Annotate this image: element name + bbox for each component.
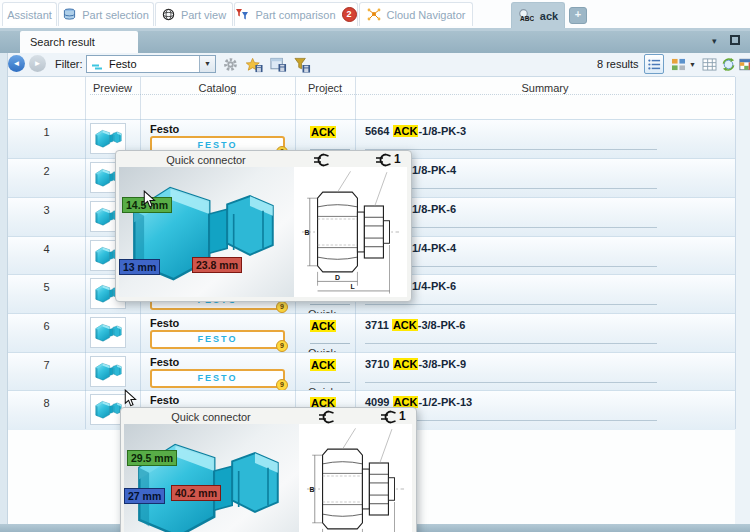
divider (365, 382, 657, 383)
row-number: 6 (8, 320, 85, 332)
column-header-project[interactable]: Project (295, 82, 355, 94)
panel-menu-caret-icon[interactable]: ▾ (712, 36, 717, 46)
sync-globe-icon[interactable] (718, 54, 738, 74)
table-view-button[interactable] (699, 54, 719, 74)
table-row[interactable]: 6 Festo FESTO9 ACK Quick connector 3711 … (8, 313, 735, 352)
results-count: 8 results (597, 58, 639, 70)
main-tab-bar: Assistant Part selection Part view Part … (0, 0, 750, 28)
tab-assistant[interactable]: Assistant (2, 2, 57, 26)
network-icon (367, 8, 381, 21)
tab-cloud-navigator-label: Cloud Navigator (387, 9, 466, 21)
table-row[interactable]: 7 Festo FESTO9 ACK Quick connector 3710 … (8, 352, 735, 391)
project-code: ACK (310, 126, 336, 138)
part-3d-preview (119, 167, 294, 297)
filter-type-icon (91, 61, 104, 73)
row-number: 3 (8, 204, 85, 216)
wrench-icon (374, 153, 394, 167)
list-view-button[interactable] (644, 54, 664, 74)
search-toolbar: ◄ ► Filter: Festo ▼ 8 results ▼ (0, 53, 750, 77)
search-result-tab[interactable]: Search result (20, 31, 138, 53)
project-code: ACK (310, 359, 336, 371)
row-number: 7 (8, 359, 85, 371)
color-table-icon[interactable] (736, 54, 750, 74)
divider (365, 343, 657, 344)
mouse-cursor-icon (124, 389, 137, 408)
wrench-count: 1 (394, 152, 401, 166)
app-window: Assistant Part selection Part view Part … (0, 0, 750, 532)
row-number: 2 (8, 165, 85, 177)
thumbnail-view-button[interactable] (668, 54, 688, 74)
part-preview[interactable] (90, 317, 126, 348)
save-favorite-icon[interactable] (245, 56, 263, 73)
filter-value: Festo (109, 58, 137, 70)
tab-part-selection[interactable]: Part selection (58, 2, 154, 26)
dimension-label: 13 mm (119, 259, 160, 275)
svg-text:ABC: ABC (520, 15, 534, 22)
dimension-label: 27 mm (124, 488, 165, 504)
save-filter-icon[interactable] (293, 56, 311, 73)
tab-cloud-navigator[interactable]: Cloud Navigator (359, 2, 473, 26)
tab-part-view-label: Part view (181, 9, 226, 21)
table-top-border (8, 76, 735, 77)
wrench-icon (317, 410, 337, 424)
dimension-label: 23.8 mm (192, 257, 242, 273)
settings-gear-icon[interactable] (221, 56, 239, 73)
sphere-icon (162, 8, 175, 21)
festo-logo: FESTO9 (150, 369, 285, 388)
search-abc-icon: ABC (518, 9, 534, 22)
row-number: 8 (8, 397, 85, 409)
part-preview[interactable] (90, 356, 126, 387)
catalog-name: Festo (150, 356, 179, 368)
dimension-label: 29.5 mm (127, 450, 177, 466)
filter-combobox[interactable]: Festo ▼ (86, 55, 216, 73)
thumbnail-view-caret-icon[interactable]: ▼ (689, 61, 696, 68)
festo-logo: FESTO9 (150, 330, 285, 349)
column-header-preview[interactable]: Preview (85, 82, 140, 94)
tab-assistant-label: Assistant (7, 9, 52, 21)
column-header-catalog[interactable]: Catalog (140, 82, 295, 94)
row-number: 1 (8, 126, 85, 138)
tab-search-ack-label: ack (540, 10, 558, 22)
tooltip-title: Quick connector (116, 154, 296, 166)
wrench-count: 1 (399, 409, 406, 423)
column-header-summary[interactable]: Summary (355, 82, 735, 94)
search-result-tab-label: Search result (30, 36, 95, 48)
catalog-name: Festo (150, 317, 179, 329)
column-divider (85, 77, 86, 429)
add-tab-button[interactable]: + (569, 7, 587, 24)
tab-search-ack[interactable]: ABC ack (511, 2, 565, 28)
save-view-icon[interactable] (269, 56, 287, 73)
divider (310, 343, 350, 344)
summary-text: 5664 ACK-1/8-PK-3 (365, 125, 466, 137)
column-divider (735, 77, 736, 429)
back-button[interactable]: ◄ (8, 55, 25, 72)
summary-text: 3710 ACK-3/8-PK-9 (365, 358, 466, 370)
part-3d-preview (124, 424, 299, 532)
wrench-icon (312, 153, 332, 167)
technical-drawing (299, 424, 412, 532)
tab-part-comparison[interactable]: Part comparison 2 (234, 2, 358, 26)
divider (310, 304, 350, 305)
forward-button[interactable]: ► (29, 55, 46, 72)
row-number: 4 (8, 243, 85, 255)
wrench-icon (379, 410, 399, 424)
row-number: 5 (8, 281, 85, 293)
left-window-strip (0, 53, 8, 524)
database-icon (63, 8, 76, 21)
catalog-status-badge: 9 (276, 340, 288, 352)
part-tooltip: Quick connector 1 14.5 mm 13 mm 23.8 mm (115, 150, 412, 302)
header-divider (90, 94, 733, 95)
project-code: ACK (310, 320, 336, 332)
filter-dropdown-button[interactable]: ▼ (199, 56, 215, 72)
panel-maximize-icon[interactable] (730, 35, 740, 45)
comparison-count-badge: 2 (342, 7, 357, 22)
mouse-cursor-icon (143, 190, 156, 209)
catalog-name: Festo (150, 394, 179, 406)
tab-part-view[interactable]: Part view (155, 2, 233, 26)
tooltip-title: Quick connector (121, 411, 301, 423)
tab-part-comparison-label: Part comparison (255, 9, 335, 21)
summary-text: 3711 ACK-3/8-PK-6 (365, 319, 465, 331)
filter-label: Filter: (55, 58, 83, 70)
divider (310, 382, 350, 383)
catalog-name: Festo (150, 123, 179, 135)
